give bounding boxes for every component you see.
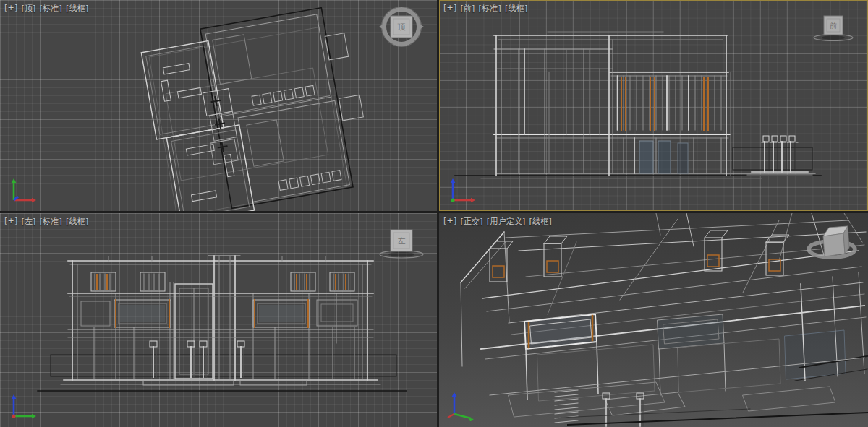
viewport-top[interactable]: [+] [顶] [标准] [线框]	[0, 0, 437, 211]
viewport-view-menu[interactable]: [前]	[460, 3, 475, 14]
viewport-shading-menu[interactable]: [线框]	[529, 216, 552, 227]
viewport-shading-menu[interactable]: [线框]	[66, 216, 88, 227]
viewport-user-label: [+] [正交] [用户定义] [线框]	[443, 216, 552, 227]
viewcube-face-label: 前	[830, 22, 837, 30]
viewport-front[interactable]: [+] [前] [标准] [线框]	[439, 0, 868, 211]
axis-tripod-front	[445, 178, 478, 205]
viewport-style-menu[interactable]: [标准]	[479, 3, 501, 14]
viewcube-face-label: 左	[398, 236, 406, 246]
viewport-menu-button[interactable]: [+]	[443, 216, 456, 227]
viewport-menu-button[interactable]: [+]	[4, 3, 17, 14]
axis-tripod-user	[445, 392, 478, 421]
viewport-style-menu[interactable]: [标准]	[40, 216, 62, 227]
viewcube-left[interactable]: 左	[376, 223, 427, 264]
wireframe-left-view	[0, 213, 437, 427]
viewcube-user[interactable]	[804, 219, 859, 271]
viewport-left-label: [+] [左] [标准] [线框]	[4, 216, 88, 227]
viewport-menu-button[interactable]: [+]	[443, 3, 456, 14]
viewport-shading-menu[interactable]: [线框]	[505, 3, 527, 14]
viewport-top-label: [+] [顶] [标准] [线框]	[4, 3, 88, 14]
viewport-style-menu[interactable]: [标准]	[40, 3, 62, 14]
viewport-view-menu[interactable]: [左]	[21, 216, 35, 227]
axis-tripod-left	[6, 394, 39, 421]
viewport-front-label: [+] [前] [标准] [线框]	[443, 3, 527, 14]
wireframe-front-view	[439, 0, 868, 211]
viewport-left[interactable]: [+] [左] [标准] [线框]	[0, 213, 437, 427]
viewport-view-menu[interactable]: [正交]	[460, 216, 482, 227]
viewport-user[interactable]: [+] [正交] [用户定义] [线框]	[439, 213, 868, 427]
viewcube-top[interactable]: 顶	[375, 6, 427, 49]
quad-viewport-layout: [+] [顶] [标准] [线框]	[0, 0, 868, 427]
viewport-style-menu[interactable]: [用户定义]	[487, 216, 526, 227]
viewcube-front[interactable]: 前	[810, 9, 856, 46]
viewcube-face-label: 顶	[398, 22, 406, 32]
axis-tripod-top	[6, 178, 39, 205]
wireframe-top-view	[0, 0, 437, 211]
viewport-shading-menu[interactable]: [线框]	[66, 3, 88, 14]
viewport-menu-button[interactable]: [+]	[4, 216, 17, 227]
viewport-view-menu[interactable]: [顶]	[21, 3, 35, 14]
